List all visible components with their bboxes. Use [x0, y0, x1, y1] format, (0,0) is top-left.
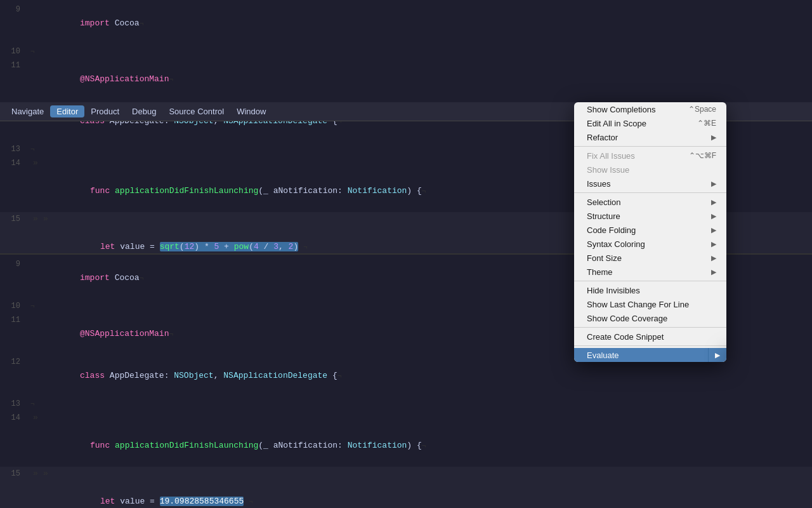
menu-item-label: Selection	[587, 197, 706, 207]
evaluate-container: Evaluate ▶ Parse	[574, 348, 726, 362]
menu-item-label: Create Code Snippet	[587, 332, 716, 342]
menu-item-code-folding[interactable]: Code Folding ▶	[574, 223, 726, 237]
evaluate-row[interactable]: Evaluate ▶	[574, 348, 726, 362]
menu-item-label: Issues	[587, 179, 706, 189]
indent-arrow: »	[30, 467, 41, 481]
submenu-arrow-icon: ▶	[711, 198, 716, 206]
menu-item-structure[interactable]: Structure ▶	[574, 209, 726, 223]
menu-item-label: Show Issue	[587, 165, 716, 175]
indent-arrow: »	[41, 467, 51, 481]
menu-item-edit-all-in-scope[interactable]: Edit All in Scope ⌃⌘E	[574, 116, 726, 130]
menu-item-label: Structure	[587, 211, 706, 221]
menu-item-fix-all-issues: Fix All Issues ⌃⌥⌘F	[574, 149, 726, 163]
line-number: 10	[0, 299, 20, 313]
evaluate-main[interactable]: Evaluate	[574, 348, 708, 362]
line-number: 9	[0, 3, 20, 17]
line-number: 11	[0, 58, 20, 72]
menu-separator	[574, 345, 726, 346]
submenu-arrow-icon: ▶	[711, 133, 716, 142]
code-line: 13 ¬	[0, 397, 812, 411]
line-number: 12	[0, 355, 20, 369]
line-content: import Cocoa¬	[30, 3, 802, 44]
line-number: 15	[0, 467, 20, 481]
code-line: 14 » func applicationDidFinishLaunching(…	[0, 411, 812, 467]
line-content: let value = 19.09828585346655 ¬	[51, 467, 802, 508]
submenu-arrow-icon: ▶	[711, 240, 716, 248]
menubar-item-debug[interactable]: Debug	[126, 105, 162, 117]
line-number: 15	[0, 212, 20, 226]
line-number: 11	[0, 313, 20, 327]
line-number: 14	[0, 411, 20, 425]
indent-arrow: »	[30, 411, 41, 425]
menu-item-label: Fix All Issues	[587, 151, 676, 161]
menu-separator	[574, 146, 726, 147]
menu-item-show-last-change[interactable]: Show Last Change For Line	[574, 297, 726, 311]
menu-item-label: Show Completions	[587, 105, 676, 114]
indent-arrow: »	[41, 212, 51, 226]
line-content: @NSApplicationMain¬	[30, 58, 802, 100]
menu-item-create-code-snippet[interactable]: Create Code Snippet	[574, 330, 726, 344]
code-line: 15 » » let value = 19.09828585346655 ¬	[0, 467, 812, 508]
menu-item-label: Refactor	[587, 133, 706, 142]
evaluate-submenu-arrow[interactable]: ▶	[708, 348, 726, 362]
menu-item-label: Font Size	[587, 253, 706, 263]
menu-separator	[574, 327, 726, 328]
menu-item-label: Syntax Coloring	[587, 239, 706, 249]
menu-item-shortcut: ⌃⌥⌘F	[689, 151, 716, 160]
menu-item-label: Show Last Change For Line	[587, 300, 716, 309]
indent-arrow: »	[30, 212, 41, 226]
code-line: 10 ¬	[0, 44, 812, 58]
indent-arrow: »	[30, 156, 41, 170]
menubar-item-product[interactable]: Product	[84, 105, 126, 117]
menubar-item-source-control[interactable]: Source Control	[162, 105, 230, 117]
evaluate-label: Evaluate	[587, 351, 619, 360]
menu-item-font-size[interactable]: Font Size ▶	[574, 251, 726, 265]
menu-item-shortcut: ⌃Space	[688, 105, 716, 114]
line-content: func applicationDidFinishLaunching(_ aNo…	[41, 411, 802, 467]
line-number: 13	[0, 397, 20, 411]
menu-item-label: Edit All in Scope	[587, 119, 684, 128]
submenu-arrow-icon: ▶	[711, 268, 716, 276]
menu-separator	[574, 281, 726, 281]
menu-item-label: Hide Invisibles	[587, 286, 716, 295]
code-line: 9 import Cocoa¬	[0, 3, 812, 44]
dropdown-menu: Show Completions ⌃Space Edit All in Scop…	[574, 102, 726, 362]
menu-item-syntax-coloring[interactable]: Syntax Coloring ▶	[574, 237, 726, 251]
menu-item-hide-invisibles[interactable]: Hide Invisibles	[574, 283, 726, 297]
menu-item-shortcut: ⌃⌘E	[697, 119, 716, 128]
line-number: 10	[0, 44, 20, 58]
menu-item-show-completions[interactable]: Show Completions ⌃Space	[574, 102, 726, 116]
menubar-item-window[interactable]: Window	[230, 105, 272, 117]
menu-item-selection[interactable]: Selection ▶	[574, 195, 726, 209]
menu-item-show-code-coverage[interactable]: Show Code Coverage	[574, 311, 726, 325]
menubar-item-navigate[interactable]: Navigate	[5, 105, 50, 117]
menu-item-label: Theme	[587, 267, 706, 277]
submenu-arrow-icon: ▶	[711, 212, 716, 220]
code-line: 11 @NSApplicationMain¬	[0, 58, 812, 100]
menu-item-label: Show Code Coverage	[587, 314, 716, 323]
menu-separator	[574, 192, 726, 193]
line-content: ¬	[30, 44, 802, 58]
submenu-arrow-icon: ▶	[711, 254, 716, 262]
line-content: ¬	[30, 397, 802, 411]
menubar-item-editor[interactable]: Editor	[50, 105, 84, 117]
menu-item-issues[interactable]: Issues ▶	[574, 177, 726, 190]
submenu-arrow-icon: ▶	[711, 180, 716, 188]
line-number: 9	[0, 257, 20, 271]
menu-item-refactor[interactable]: Refactor ▶	[574, 130, 726, 144]
menu-item-show-issue: Show Issue	[574, 163, 726, 177]
line-number: 13	[0, 142, 20, 156]
menu-item-label: Code Folding	[587, 225, 706, 235]
line-number: 14	[0, 156, 20, 170]
submenu-arrow-icon: ▶	[711, 226, 716, 234]
menu-item-theme[interactable]: Theme ▶	[574, 265, 726, 279]
editor-dropdown-menu: Show Completions ⌃Space Edit All in Scop…	[574, 102, 726, 362]
